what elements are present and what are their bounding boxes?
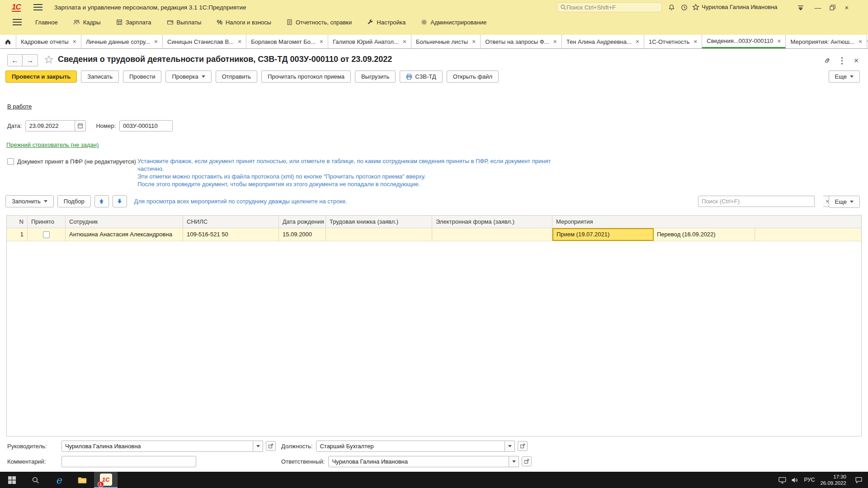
tab-close-icon[interactable]: × — [472, 38, 476, 45]
save-button[interactable]: Записать — [81, 70, 119, 83]
global-search-input[interactable] — [566, 4, 652, 11]
table-empty-area[interactable] — [7, 241, 861, 436]
position-open-icon[interactable] — [518, 441, 528, 451]
responsible-field[interactable] — [328, 456, 509, 467]
column-header-accepted[interactable]: Принято — [28, 216, 66, 228]
tab-1c-otchetnost[interactable]: 1С-Отчетность× — [644, 35, 702, 48]
pick-button[interactable]: Подбор — [57, 195, 91, 207]
minimize-button[interactable]: — — [812, 2, 824, 13]
status-link[interactable]: В работе — [7, 103, 32, 110]
tab-kadrovye-otchety[interactable]: Кадровые отчеты× — [16, 35, 81, 48]
column-header-n[interactable]: N — [7, 216, 28, 228]
fill-dropdown-button[interactable]: Заполнить — [5, 195, 54, 207]
sections-menu-icon[interactable] — [13, 19, 22, 25]
unload-button[interactable]: Выгрузить — [355, 70, 396, 83]
tab-galipov[interactable]: Галипов Юрий Анатол...× — [328, 35, 411, 48]
history-icon[interactable] — [679, 3, 689, 12]
tab-bolnichnye-listy[interactable]: Больничные листы× — [411, 35, 481, 48]
workbook-cell[interactable] — [326, 228, 432, 241]
column-header-workbook[interactable]: Трудовая книжка (заявл.) — [326, 216, 432, 228]
toolbar-more-button[interactable]: Еще — [829, 70, 860, 83]
close-form-icon[interactable]: × — [851, 55, 862, 66]
restore-button[interactable] — [826, 2, 838, 13]
responsible-dropdown-icon[interactable] — [509, 456, 519, 467]
tray-language-indicator[interactable]: РУС — [801, 477, 817, 483]
tab-close-icon[interactable]: × — [777, 38, 781, 44]
date-field[interactable] — [25, 120, 75, 131]
menu-item-kadry[interactable]: Кадры — [73, 19, 101, 26]
start-button[interactable] — [0, 472, 24, 488]
tab-close-icon[interactable]: × — [238, 38, 241, 45]
menu-item-nalogi[interactable]: % Налоги и взносы — [217, 19, 271, 26]
menu-item-otchetnost[interactable]: Отчетность, справки — [287, 19, 352, 26]
internet-explorer-icon[interactable]: e — [47, 472, 71, 488]
column-header-eform[interactable]: Электронная форма (заявл.) — [432, 216, 552, 228]
menu-item-vyplaty[interactable]: Выплаты — [167, 19, 202, 26]
tab-svedeniya-szv-td[interactable]: Сведения...003У-000110× — [702, 35, 786, 48]
menu-item-glavnoe[interactable]: Главное — [35, 19, 58, 26]
tray-volume-icon[interactable] — [788, 472, 801, 488]
post-button[interactable]: Провести — [123, 70, 162, 83]
menu-item-nastroyka[interactable]: Настройка — [367, 19, 406, 26]
tab-otvety-na-zaprosy[interactable]: Ответы на запросы Ф...× — [481, 35, 562, 48]
service-menu-icon[interactable] — [796, 3, 806, 12]
position-field[interactable] — [316, 441, 505, 452]
post-and-close-button[interactable]: Провести и закрыть — [5, 70, 77, 83]
menu-item-administrirovanie[interactable]: Администрирование — [421, 19, 486, 26]
comment-field[interactable] — [61, 456, 196, 467]
manager-field[interactable] — [61, 441, 253, 452]
tab-close-icon[interactable]: × — [553, 38, 557, 45]
tray-network-icon[interactable] — [776, 472, 788, 488]
event-cell-priem[interactable]: Прием (19.07.2021) — [552, 228, 654, 241]
tab-close-icon[interactable]: × — [73, 38, 76, 45]
more-dots-icon[interactable] — [836, 55, 847, 66]
get-link-icon[interactable] — [822, 55, 833, 66]
tab-home[interactable] — [0, 35, 16, 48]
tab-ten-alina[interactable]: Тен Алина Андреевна...× — [562, 35, 644, 48]
read-protocol-button[interactable]: Прочитать протокол приема — [261, 70, 351, 83]
global-search-box[interactable] — [557, 2, 662, 12]
birthdate-cell[interactable]: 15.09.2000 — [279, 228, 326, 241]
current-user-name[interactable]: Чурилова Галина Ивановна — [702, 4, 778, 10]
tab-close-icon[interactable]: × — [154, 38, 158, 45]
file-explorer-icon[interactable] — [71, 472, 94, 488]
open-file-button[interactable]: Открыть файл — [447, 70, 499, 83]
tab-close-icon[interactable]: × — [859, 38, 862, 45]
tab-close-icon[interactable]: × — [693, 38, 697, 45]
tab-sinitsyn[interactable]: Синицын Станислав В...× — [163, 35, 246, 48]
move-down-button[interactable] — [113, 195, 127, 207]
accepted-cell[interactable] — [28, 228, 66, 241]
1c-app-taskbar-icon[interactable]: 1С1 — [94, 472, 118, 488]
action-center-icon[interactable] — [851, 472, 866, 488]
back-arrow-icon[interactable]: ← — [7, 54, 23, 66]
responsible-open-icon[interactable] — [522, 456, 532, 466]
snils-cell[interactable]: 109-516-521 50 — [183, 228, 279, 241]
column-header-employee[interactable]: Сотрудник — [66, 216, 183, 228]
tray-clock[interactable]: 17:30 26.09.2022 — [820, 474, 846, 486]
main-menu-icon[interactable] — [33, 4, 42, 10]
grid-more-button[interactable]: Еще — [829, 196, 860, 208]
tab-meropriyatiya[interactable]: Мероприятия: Антюш...× — [786, 35, 867, 48]
print-szvtd-button[interactable]: СЗВ-ТД — [400, 70, 442, 83]
send-button[interactable]: Отправить — [216, 70, 257, 83]
eform-cell[interactable] — [432, 228, 552, 241]
manager-open-icon[interactable] — [266, 441, 276, 451]
event-cell-perevod[interactable]: Перевод (16.09.2022) — [654, 228, 755, 241]
tab-close-icon[interactable]: × — [403, 38, 406, 45]
taskbar-search-button[interactable] — [24, 472, 47, 488]
tab-close-icon[interactable]: × — [636, 38, 639, 45]
move-up-button[interactable] — [94, 195, 109, 207]
table-row[interactable]: 1 Антюшина Анастасия Александровна 109-5… — [7, 228, 861, 241]
column-header-events[interactable]: Мероприятия — [552, 216, 861, 228]
position-dropdown-icon[interactable] — [505, 441, 515, 452]
pfr-accepted-checkbox[interactable]: Документ принят в ПФР (не редактируется) — [7, 158, 136, 165]
tab-borlakov[interactable]: Борлаков Магомет Бо...× — [246, 35, 328, 48]
check-dropdown-button[interactable]: Проверка — [165, 70, 211, 83]
close-window-button[interactable]: × — [841, 2, 853, 13]
employee-cell[interactable]: Антюшина Анастасия Александровна — [66, 228, 183, 241]
previous-insurer-link[interactable]: Прежний страхователь (не задан) — [6, 141, 99, 148]
notifications-bell-icon[interactable] — [666, 3, 676, 12]
favorite-star-icon[interactable] — [44, 55, 53, 64]
tab-lichnye-dannye[interactable]: Личные данные сотру...× — [81, 35, 163, 48]
column-header-snils[interactable]: СНИЛС — [183, 216, 279, 228]
